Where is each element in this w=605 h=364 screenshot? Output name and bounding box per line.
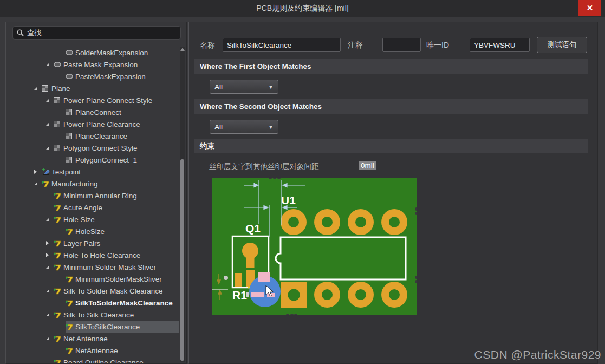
tree-item-label: Hole To Hole Clearance bbox=[63, 251, 140, 259]
expand-arrow-icon[interactable] bbox=[46, 63, 54, 66]
label-q1: Q1 bbox=[245, 222, 261, 235]
tree-item-label: Plane bbox=[51, 84, 70, 93]
rule-tree-panel: SolderMaskExpansionPaste Mask ExpansionP… bbox=[5, 22, 187, 364]
tree-item-power-plane-connect-style[interactable]: Power Plane Connect Style bbox=[6, 94, 179, 106]
tree-item-label: Board Outline Clearance bbox=[63, 359, 144, 364]
tree-item-label: Silk To Silk Clearance bbox=[63, 311, 134, 319]
tree-item-silk-to-solder-mask-clearance[interactable]: Silk To Solder Mask Clearance bbox=[6, 285, 179, 297]
tree-item-planeconnect[interactable]: PlaneConnect bbox=[6, 106, 179, 118]
tree-item-polygonconnect-1[interactable]: PolygonConnect_1 bbox=[6, 154, 179, 166]
manufacturing-rule-icon bbox=[42, 180, 51, 187]
search-box[interactable] bbox=[12, 26, 181, 40]
tree-item-soldermaskexpansion[interactable]: SolderMaskExpansion bbox=[6, 47, 179, 58]
plane-rule-icon bbox=[66, 109, 75, 115]
tree-item-label: HoleSize bbox=[75, 227, 105, 236]
tree-item-label: Acute Angle bbox=[63, 204, 102, 212]
search-input[interactable] bbox=[27, 29, 177, 37]
expand-arrow-icon[interactable] bbox=[46, 99, 54, 102]
tree-item-manufacturing[interactable]: Manufacturing bbox=[6, 178, 179, 190]
manufacturing-rule-icon bbox=[54, 264, 63, 271]
second-object-value: All bbox=[214, 123, 223, 131]
second-object-select[interactable]: All ▼ bbox=[210, 120, 278, 134]
name-input[interactable] bbox=[223, 38, 341, 52]
plane-rule-icon bbox=[66, 157, 75, 163]
tree-item-silk-to-silk-clearance[interactable]: Silk To Silk Clearance bbox=[6, 309, 179, 321]
manufacturing-rule-icon bbox=[54, 216, 63, 223]
tree-item-label: Power Plane Connect Style bbox=[63, 96, 152, 105]
expand-arrow-icon[interactable] bbox=[46, 265, 54, 269]
mask-rule-icon bbox=[66, 50, 75, 55]
tree-item-netantennae[interactable]: NetAntennae bbox=[6, 344, 179, 356]
tree-item-label: Layer Pairs bbox=[63, 239, 100, 248]
plane-rule-icon bbox=[54, 121, 63, 127]
tree-item-minimum-annular-ring[interactable]: Minimum Annular Ring bbox=[6, 190, 179, 202]
tree-item-pastemaskexpansion[interactable]: PasteMaskExpansion bbox=[6, 70, 179, 82]
tree-item-polygon-connect-style[interactable]: Polygon Connect Style bbox=[6, 142, 179, 154]
tree-item-layer-pairs[interactable]: Layer Pairs bbox=[6, 237, 179, 249]
expand-arrow-icon[interactable] bbox=[34, 182, 42, 185]
unique-id-label: 唯一ID bbox=[426, 38, 449, 52]
tree-item-testpoint[interactable]: Testpoint bbox=[6, 166, 179, 178]
collapse-arrow-icon[interactable] bbox=[34, 170, 42, 174]
comment-input[interactable] bbox=[382, 38, 421, 52]
tree-item-label: SilkToSolderMaskClearance bbox=[75, 299, 173, 307]
manufacturing-rule-icon bbox=[54, 204, 63, 211]
first-object-select[interactable]: All ▼ bbox=[210, 80, 278, 94]
tree-item-label: Polygon Connect Style bbox=[63, 144, 138, 152]
comment-label: 注释 bbox=[348, 38, 363, 52]
tree-item-holesize[interactable]: HoleSize bbox=[6, 225, 179, 237]
expand-arrow-icon[interactable] bbox=[46, 146, 54, 150]
tree-item-label: SilkToSilkClearance bbox=[75, 323, 140, 331]
collapse-arrow-icon[interactable] bbox=[46, 253, 54, 257]
label-u1: U1 bbox=[281, 194, 296, 206]
plane-rule-icon bbox=[54, 145, 63, 151]
tree-item-hole-size[interactable]: Hole Size bbox=[6, 213, 179, 225]
tree-item-label: NetAntennae bbox=[75, 347, 118, 355]
tree-scrollbar[interactable] bbox=[180, 47, 185, 362]
chevron-down-icon: ▼ bbox=[268, 84, 274, 90]
expand-arrow-icon[interactable] bbox=[46, 218, 54, 221]
constraints-header: 约束 bbox=[194, 139, 588, 153]
tree-item-minimumsoldermasksliver[interactable]: MinimumSolderMaskSliver bbox=[6, 273, 179, 285]
expand-arrow-icon[interactable] bbox=[34, 87, 42, 90]
close-button[interactable]: ✕ bbox=[578, 0, 601, 16]
test-query-button[interactable]: 测试语句 bbox=[537, 37, 587, 53]
tree-item-acute-angle[interactable]: Acute Angle bbox=[6, 202, 179, 213]
first-object-header: Where The First Object Matches bbox=[194, 59, 588, 74]
search-icon bbox=[17, 29, 24, 36]
mask-rule-icon bbox=[54, 62, 63, 67]
expand-arrow-icon[interactable] bbox=[46, 313, 54, 316]
manufacturing-rule-icon bbox=[66, 228, 75, 235]
tree-item-silktosilkclearance[interactable]: SilkToSilkClearance bbox=[6, 321, 179, 333]
label-r1: R1 bbox=[232, 289, 247, 301]
pcb-preview: Q1 U1 R1 bbox=[212, 178, 417, 315]
manufacturing-rule-icon bbox=[66, 300, 75, 307]
tree-item-paste-mask-expansion[interactable]: Paste Mask Expansion bbox=[6, 58, 179, 70]
window-title: PCB规则及约束编辑器 [mil] bbox=[256, 4, 348, 14]
tree-item-hole-to-hole-clearance[interactable]: Hole To Hole Clearance bbox=[6, 249, 179, 261]
tree-item-minimum-solder-mask-sliver[interactable]: Minimum Solder Mask Sliver bbox=[6, 261, 179, 273]
rule-tree: SolderMaskExpansionPaste Mask ExpansionP… bbox=[6, 47, 179, 364]
tree-item-silktosoldermaskclearance[interactable]: SilkToSolderMaskClearance bbox=[6, 297, 179, 309]
rule-editor-panel: 名称 注释 唯一ID 测试语句 Where The First Object M… bbox=[188, 22, 598, 364]
silk-clearance-value[interactable]: 0mil bbox=[359, 161, 376, 170]
expand-arrow-icon[interactable] bbox=[46, 289, 54, 292]
collapse-arrow-icon[interactable] bbox=[46, 241, 54, 245]
tree-item-label: Hole Size bbox=[63, 216, 95, 224]
tree-item-power-plane-clearance[interactable]: Power Plane Clearance bbox=[6, 118, 179, 130]
expand-arrow-icon[interactable] bbox=[46, 122, 54, 126]
scroll-up-icon[interactable] bbox=[180, 48, 185, 53]
tree-item-label: Minimum Solder Mask Sliver bbox=[63, 263, 156, 271]
expand-arrow-icon[interactable] bbox=[46, 337, 54, 340]
tree-item-plane[interactable]: Plane bbox=[6, 82, 179, 94]
tree-item-board-outline-clearance[interactable]: Board Outline Clearance bbox=[6, 356, 179, 364]
tree-item-label: MinimumSolderMaskSliver bbox=[75, 275, 162, 283]
tree-item-planeclearance[interactable]: PlaneClearance bbox=[6, 130, 179, 142]
scrollbar-thumb[interactable] bbox=[180, 159, 184, 361]
tree-item-net-antennae[interactable]: Net Antennae bbox=[6, 333, 179, 344]
tree-item-label: Minimum Annular Ring bbox=[63, 192, 137, 200]
manufacturing-rule-icon bbox=[54, 240, 63, 247]
unique-id-input[interactable] bbox=[470, 38, 530, 52]
manufacturing-rule-icon bbox=[54, 192, 63, 199]
manufacturing-rule-icon bbox=[54, 359, 63, 364]
